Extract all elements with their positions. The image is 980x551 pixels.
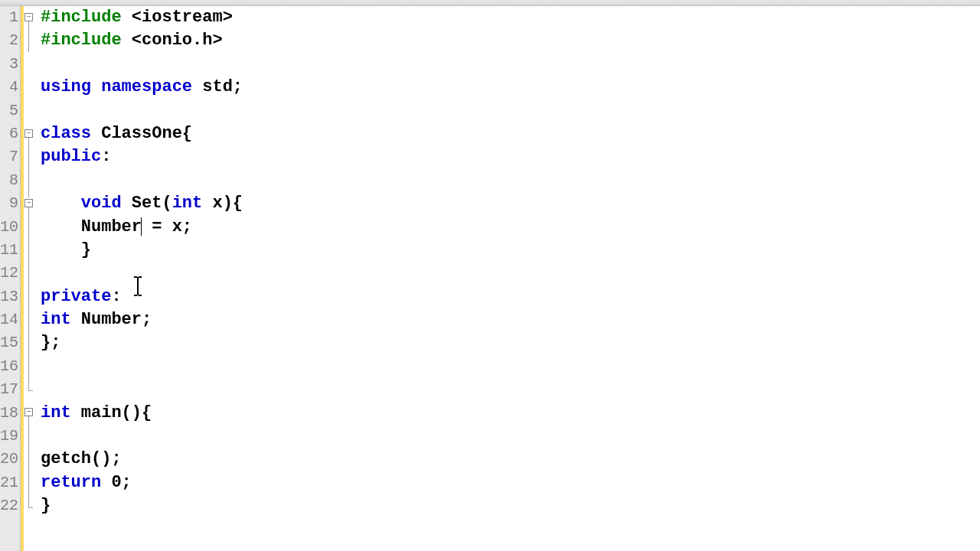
code-text: } (41, 496, 51, 515)
code-line[interactable] (41, 99, 980, 122)
line-number: 4 (0, 76, 20, 99)
code-text: main(){ (81, 403, 152, 422)
line-number: 21 (0, 471, 20, 494)
line-number: 17 (0, 378, 20, 401)
code-line[interactable] (41, 355, 980, 378)
line-number: 19 (0, 425, 20, 448)
code-line[interactable]: } (41, 494, 980, 517)
keyword-token: return (41, 473, 111, 492)
keyword-token: namespace (101, 77, 202, 96)
line-number: 14 (0, 308, 20, 331)
code-text: getch(); (41, 449, 122, 468)
line-number: 8 (0, 169, 20, 192)
code-line[interactable]: #include <iostream> (41, 6, 980, 29)
keyword-token: private (41, 287, 111, 306)
code-line[interactable]: }; (41, 331, 980, 354)
keyword-token: int (41, 403, 81, 422)
keyword-token: int (41, 310, 81, 329)
code-line[interactable]: void Set(int x){ (41, 192, 980, 215)
code-text: } (41, 240, 91, 259)
code-line[interactable]: private: (41, 285, 980, 308)
line-number: 13 (0, 285, 20, 308)
line-number: 20 (0, 448, 20, 471)
line-number: 12 (0, 262, 20, 285)
line-number: 15 (0, 331, 20, 354)
line-number: 10 (0, 216, 20, 239)
code-line[interactable] (41, 53, 980, 76)
line-number: 7 (0, 145, 20, 168)
fold-toggle-icon[interactable]: − (24, 199, 33, 207)
code-text: x){ (212, 194, 243, 213)
fold-toggle-icon[interactable]: − (24, 408, 33, 416)
keyword-token: void (81, 194, 132, 213)
window-top-edge (0, 0, 980, 6)
code-line[interactable]: #include <conio.h> (41, 29, 980, 52)
keyword-token: class (41, 124, 101, 143)
fold-guide-end (28, 390, 33, 391)
code-line[interactable] (41, 169, 980, 192)
line-number: 1 (0, 6, 20, 29)
code-line[interactable] (41, 378, 980, 401)
code-line[interactable] (41, 262, 980, 285)
fold-column: − − − − (24, 6, 34, 551)
line-number: 9 (0, 192, 20, 215)
include-target: <conio.h> (132, 31, 223, 50)
code-area[interactable]: #include <iostream> #include <conio.h> u… (34, 6, 980, 551)
fold-guide (28, 138, 29, 197)
line-number: 5 (0, 99, 20, 122)
fold-toggle-icon[interactable]: − (24, 13, 33, 21)
code-text: Number; (81, 310, 152, 329)
code-text: 0; (111, 473, 131, 492)
code-text: : (101, 147, 111, 166)
code-text: std; (202, 77, 243, 96)
code-text: ClassOne{ (101, 124, 192, 143)
line-number: 3 (0, 53, 20, 76)
code-text: Set( (132, 194, 172, 213)
fold-toggle-icon[interactable]: − (24, 129, 33, 138)
preproc-token: #include (41, 8, 132, 27)
code-line[interactable]: class ClassOne{ (41, 122, 980, 145)
fold-guide-end (28, 507, 33, 508)
code-line[interactable]: using namespace std; (41, 76, 980, 99)
line-number: 11 (0, 239, 20, 262)
fold-guide (28, 21, 29, 52)
code-line[interactable]: Number = x; (41, 216, 980, 239)
line-number: 16 (0, 355, 20, 378)
keyword-token: using (41, 77, 101, 96)
code-line[interactable]: int Number; (41, 308, 980, 331)
line-number-gutter: 1 2 3 4 5 6 7 8 9 10 11 12 13 14 15 16 1… (0, 6, 21, 551)
code-text: Number (41, 217, 142, 236)
code-line[interactable]: public: (41, 145, 980, 168)
code-line[interactable] (41, 425, 980, 448)
keyword-token: int (172, 194, 213, 213)
code-line[interactable]: } (41, 239, 980, 262)
code-editor: 1 2 3 4 5 6 7 8 9 10 11 12 13 14 15 16 1… (0, 6, 980, 551)
line-number: 2 (0, 29, 20, 52)
line-number: 6 (0, 122, 20, 145)
fold-guide (28, 207, 29, 391)
line-number: 22 (0, 494, 20, 517)
include-target: <iostream> (132, 8, 233, 27)
code-text: }; (41, 333, 60, 352)
preproc-token: #include (41, 31, 132, 50)
line-number: 18 (0, 402, 20, 425)
fold-guide (28, 416, 29, 508)
keyword-token: public (41, 147, 101, 166)
code-text (41, 194, 81, 213)
code-line[interactable]: return 0; (41, 471, 980, 494)
code-text: : (111, 287, 121, 306)
code-line[interactable]: int main(){ (41, 402, 980, 425)
code-text: = x; (142, 217, 192, 236)
code-line[interactable]: getch(); (41, 448, 980, 471)
